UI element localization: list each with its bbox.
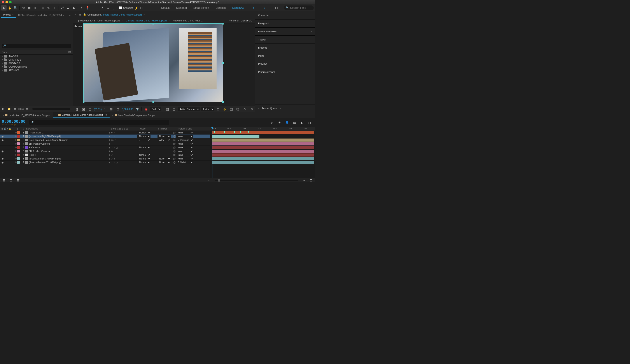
toggle-modes-icon[interactable]: ⊡ [8, 178, 14, 182]
mode-dropdown[interactable]: Normal [138, 157, 150, 160]
layer-row[interactable]: ◉3[New Blended Comp Adobe Support]⊕ ✻ - … [0, 138, 210, 142]
panel-paint[interactable]: Paint [255, 52, 315, 60]
toggle-alpha-icon[interactable]: ▦ [74, 106, 80, 112]
layer-bar[interactable] [212, 142, 314, 146]
solo-toggle[interactable] [8, 150, 10, 152]
clone-tool-icon[interactable]: ▲ [66, 5, 71, 10]
workspace-default[interactable]: Default [161, 6, 170, 10]
selection-tool-icon[interactable]: ▶ [1, 5, 6, 10]
folder-archive[interactable]: ARCHIVE [0, 68, 72, 72]
visibility-toggle[interactable]: ◉ [1, 150, 4, 152]
layer-switches[interactable]: ⊕ ✻ [108, 150, 136, 152]
help-search[interactable]: 🔍 [284, 6, 314, 10]
audio-toggle[interactable] [4, 135, 7, 138]
flowchart-icon[interactable]: ⿻ [68, 51, 71, 54]
layer-name-text[interactable]: 3D Tracker Camera [29, 142, 50, 145]
label-color[interactable] [17, 150, 20, 152]
roi-icon[interactable]: ⊡ [115, 106, 120, 112]
lock-toggle[interactable] [10, 135, 13, 138]
shy-icon[interactable]: 👤 [284, 120, 290, 125]
renderer-value[interactable]: Classic 3D [240, 19, 252, 22]
tab-menu-icon[interactable]: ≡ [280, 107, 281, 110]
hand-tool-icon[interactable]: ✋ [7, 5, 12, 10]
project-name-header[interactable]: Name ⿻ [0, 50, 72, 54]
layer-name-text[interactable]: [production ID_3770054.mp4] [29, 135, 60, 138]
visibility-toggle[interactable]: ◉ [1, 157, 4, 160]
layer-row[interactable]: 43D Tracker Camera⊕ @None [0, 142, 210, 146]
label-color[interactable] [17, 161, 20, 164]
layer-name-text[interactable]: 3D Tracker Camera [29, 150, 50, 152]
audio-toggle[interactable] [4, 142, 7, 145]
layer-row[interactable]: ◉8[production ID_3770054.mp4]⊕ ⟋ fx Norm… [0, 157, 210, 160]
solo-toggle[interactable] [8, 146, 10, 149]
zoom-tool-icon[interactable]: 🔍 [13, 5, 18, 10]
layer-name-text[interactable]: [New Blended Comp Adobe Support] [29, 139, 68, 141]
mode-dropdown[interactable]: Normal [138, 135, 150, 138]
expand-icon[interactable] [16, 154, 16, 156]
pickwhip-icon[interactable]: @ [173, 161, 176, 164]
close-icon[interactable]: × [56, 114, 57, 116]
exposure-icon[interactable]: +0 [248, 106, 254, 112]
tab-menu-icon[interactable]: ≡ [106, 114, 107, 116]
lock-icon[interactable]: 🔒 [82, 13, 88, 16]
puppet-tool-icon[interactable]: 📍 [85, 5, 90, 10]
lock-toggle[interactable] [10, 139, 13, 141]
parent-dropdown[interactable]: None [176, 131, 194, 134]
layer-bar[interactable] [212, 131, 314, 134]
layer-switches[interactable]: ⊕ ✻ ⟋ [108, 132, 136, 134]
folder-compositions[interactable]: COMPOSITIONS [0, 65, 72, 68]
view-axis-icon[interactable]: ⬚ [111, 5, 116, 10]
mode-dropdown[interactable]: - [138, 138, 150, 142]
layer-name-text[interactable]: [production ID_3770054.mp4] [29, 157, 60, 160]
draft3d-icon[interactable]: ✦ [277, 120, 282, 125]
panel-tracker[interactable]: Tracker [255, 36, 315, 44]
layer-switches[interactable]: ⊕ ⟋ fx [108, 158, 136, 160]
timeline-tracks[interactable]: :00s01s02s03s04s05s06s [210, 127, 315, 178]
visibility-toggle[interactable] [1, 131, 4, 134]
camera-tool-icon[interactable]: ▦ [26, 5, 32, 10]
workspace-overflow-icon[interactable]: » [262, 6, 267, 9]
layer-switches[interactable]: ⊕ ✻ - ◻ [108, 139, 136, 141]
audio-toggle[interactable] [4, 150, 7, 152]
parent-dropdown[interactable]: 5. Reference [176, 138, 194, 142]
expand-icon[interactable] [16, 136, 16, 137]
expand-icon[interactable] [2, 66, 3, 68]
panel-overflow-icon[interactable]: » [68, 12, 72, 18]
layer-switches[interactable]: ⊕ ⟋ fx [108, 135, 136, 138]
expand-icon[interactable] [2, 59, 3, 60]
timeline-search[interactable]: 🔎 [29, 120, 169, 125]
panel-brushes[interactable]: Brushes [255, 44, 315, 52]
visibility-toggle[interactable] [1, 146, 4, 149]
close-icon[interactable]: × [2, 114, 4, 116]
pan-behind-tool-icon[interactable]: ⊞ [32, 5, 38, 10]
zoom-dropdown[interactable]: (65.9%) [94, 108, 102, 110]
pen-tool-icon[interactable]: ✎ [46, 5, 51, 10]
world-axis-icon[interactable]: ⅄ [106, 5, 111, 10]
zoom-out-icon[interactable]: － [206, 178, 211, 182]
new-folder-icon[interactable]: 📁 [7, 107, 11, 111]
resolution-dropdown[interactable]: Full [150, 108, 161, 111]
tab-menu-icon[interactable]: ≡ [310, 30, 312, 33]
layer-switches[interactable]: ⊕ [108, 142, 136, 145]
pickwhip-icon[interactable]: @ [173, 150, 176, 152]
audio-toggle[interactable] [4, 131, 7, 134]
mode-dropdown[interactable]: Normal [138, 153, 150, 156]
layer-switches[interactable]: ⊕ ⟋ [108, 154, 136, 156]
guides-icon[interactable]: ▤ [171, 106, 176, 112]
timeline-tab-0[interactable]: ×production ID_3770054 Adobe Support [0, 113, 53, 118]
local-axis-icon[interactable]: ⅄ [100, 5, 105, 10]
pixel-aspect-icon[interactable]: ⊡ [216, 106, 221, 112]
expand-icon[interactable] [2, 62, 3, 64]
audio-toggle[interactable] [4, 157, 7, 160]
expand-icon[interactable] [2, 69, 3, 71]
solo-col-icon[interactable]: ● [7, 128, 8, 130]
comp-title-link[interactable]: Camera Tracker Comp Adobe Support [101, 13, 142, 16]
expand-icon[interactable] [16, 139, 16, 141]
solo-toggle[interactable] [8, 157, 10, 160]
layer-name-text[interactable]: [Track Solid 1] [29, 131, 44, 134]
shape-tool-icon[interactable]: ▭ [40, 5, 46, 10]
flowchart-icon[interactable]: ⿻ [235, 106, 240, 112]
visibility-toggle[interactable] [1, 154, 4, 156]
panel-effects-presets[interactable]: Effects & Presets≡ [255, 28, 315, 36]
orbit-tool-icon[interactable]: ⟲ [21, 5, 26, 10]
